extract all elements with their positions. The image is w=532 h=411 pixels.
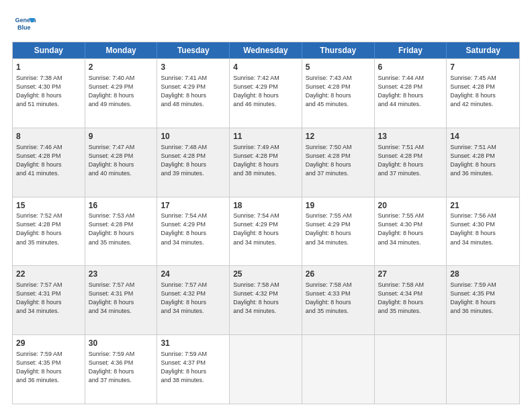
calendar-row: 22Sunrise: 7:57 AMSunset: 4:31 PMDayligh…: [13, 265, 519, 334]
calendar-cell: 31Sunrise: 7:59 AMSunset: 4:37 PMDayligh…: [157, 335, 230, 404]
cell-info: Sunrise: 7:40 AMSunset: 4:29 PMDaylight:…: [89, 74, 154, 109]
cell-info: Sunrise: 7:55 AMSunset: 4:29 PMDaylight:…: [306, 212, 371, 246]
calendar-row: 29Sunrise: 7:59 AMSunset: 4:35 PMDayligh…: [13, 334, 519, 404]
day-number: 19: [306, 200, 371, 212]
cell-info: Sunrise: 7:59 AMSunset: 4:35 PMDaylight:…: [16, 350, 81, 385]
calendar-cell: 1Sunrise: 7:38 AMSunset: 4:30 PMDaylight…: [13, 59, 85, 128]
cell-info: Sunrise: 7:44 AMSunset: 4:28 PMDaylight:…: [378, 74, 443, 109]
calendar-cell: 26Sunrise: 7:58 AMSunset: 4:33 PMDayligh…: [302, 266, 375, 334]
day-number: 14: [450, 131, 516, 142]
header-cell-friday: Friday: [375, 42, 447, 58]
calendar-cell: 29Sunrise: 7:59 AMSunset: 4:35 PMDayligh…: [13, 335, 85, 404]
day-number: 20: [378, 200, 443, 212]
calendar-cell: 19Sunrise: 7:55 AMSunset: 4:29 PMDayligh…: [302, 197, 375, 266]
cell-info: Sunrise: 7:38 AMSunset: 4:30 PMDaylight:…: [16, 74, 81, 109]
cell-info: Sunrise: 7:50 AMSunset: 4:28 PMDaylight:…: [306, 143, 371, 178]
calendar-cell: 16Sunrise: 7:53 AMSunset: 4:28 PMDayligh…: [85, 197, 158, 266]
calendar: SundayMondayTuesdayWednesdayThursdayFrid…: [12, 42, 520, 404]
cell-info: Sunrise: 7:45 AMSunset: 4:28 PMDaylight:…: [450, 74, 516, 109]
day-number: 12: [306, 131, 371, 142]
calendar-cell: [230, 335, 302, 404]
calendar-cell: 4Sunrise: 7:42 AMSunset: 4:29 PMDaylight…: [230, 59, 302, 128]
calendar-cell: 10Sunrise: 7:48 AMSunset: 4:28 PMDayligh…: [157, 128, 230, 197]
day-number: 6: [378, 62, 443, 73]
day-number: 11: [233, 131, 298, 142]
calendar-cell: 30Sunrise: 7:59 AMSunset: 4:36 PMDayligh…: [85, 335, 158, 404]
calendar-cell: 28Sunrise: 7:59 AMSunset: 4:35 PMDayligh…: [447, 266, 519, 334]
calendar-cell: 20Sunrise: 7:55 AMSunset: 4:30 PMDayligh…: [375, 197, 447, 266]
header-cell-wednesday: Wednesday: [230, 42, 302, 58]
calendar-body: 1Sunrise: 7:38 AMSunset: 4:30 PMDaylight…: [13, 58, 519, 404]
day-number: 23: [89, 269, 154, 280]
calendar-cell: 14Sunrise: 7:51 AMSunset: 4:28 PMDayligh…: [447, 128, 519, 197]
day-number: 21: [450, 200, 516, 212]
cell-info: Sunrise: 7:51 AMSunset: 4:28 PMDaylight:…: [450, 143, 516, 178]
calendar-cell: 13Sunrise: 7:51 AMSunset: 4:28 PMDayligh…: [375, 128, 447, 197]
cell-info: Sunrise: 7:59 AMSunset: 4:35 PMDaylight:…: [450, 281, 516, 316]
calendar-cell: 8Sunrise: 7:46 AMSunset: 4:28 PMDaylight…: [13, 128, 85, 197]
header-area: General Blue: [12, 12, 520, 36]
cell-info: Sunrise: 7:46 AMSunset: 4:28 PMDaylight:…: [16, 143, 81, 178]
day-number: 3: [161, 62, 226, 73]
calendar-cell: 25Sunrise: 7:58 AMSunset: 4:32 PMDayligh…: [230, 266, 302, 334]
calendar-cell: 12Sunrise: 7:50 AMSunset: 4:28 PMDayligh…: [302, 128, 375, 197]
cell-info: Sunrise: 7:57 AMSunset: 4:31 PMDaylight:…: [89, 281, 154, 316]
day-number: 16: [89, 200, 154, 212]
calendar-row: 15Sunrise: 7:52 AMSunset: 4:28 PMDayligh…: [13, 197, 519, 266]
cell-info: Sunrise: 7:42 AMSunset: 4:29 PMDaylight:…: [233, 74, 298, 109]
day-number: 1: [16, 62, 81, 73]
calendar-cell: 3Sunrise: 7:41 AMSunset: 4:29 PMDaylight…: [157, 59, 230, 128]
calendar-cell: 17Sunrise: 7:54 AMSunset: 4:29 PMDayligh…: [157, 197, 230, 266]
calendar-cell: 21Sunrise: 7:56 AMSunset: 4:30 PMDayligh…: [447, 197, 519, 266]
cell-info: Sunrise: 7:51 AMSunset: 4:28 PMDaylight:…: [378, 143, 443, 178]
day-number: 2: [89, 62, 154, 73]
calendar-cell: 6Sunrise: 7:44 AMSunset: 4:28 PMDaylight…: [375, 59, 447, 128]
header-cell-tuesday: Tuesday: [157, 42, 230, 58]
cell-info: Sunrise: 7:55 AMSunset: 4:30 PMDaylight:…: [378, 212, 443, 246]
calendar-cell: 9Sunrise: 7:47 AMSunset: 4:28 PMDaylight…: [85, 128, 158, 197]
day-number: 7: [450, 62, 516, 73]
calendar-header: SundayMondayTuesdayWednesdayThursdayFrid…: [13, 42, 519, 58]
cell-info: Sunrise: 7:49 AMSunset: 4:28 PMDaylight:…: [233, 143, 298, 178]
day-number: 17: [161, 200, 226, 212]
cell-info: Sunrise: 7:58 AMSunset: 4:33 PMDaylight:…: [306, 281, 371, 316]
calendar-cell: 22Sunrise: 7:57 AMSunset: 4:31 PMDayligh…: [13, 266, 85, 334]
header-cell-monday: Monday: [85, 42, 158, 58]
logo: General Blue: [12, 12, 36, 36]
cell-info: Sunrise: 7:56 AMSunset: 4:30 PMDaylight:…: [450, 212, 516, 246]
header-cell-sunday: Sunday: [13, 42, 85, 58]
calendar-cell: 5Sunrise: 7:43 AMSunset: 4:28 PMDaylight…: [302, 59, 375, 128]
cell-info: Sunrise: 7:58 AMSunset: 4:32 PMDaylight:…: [233, 281, 298, 316]
cell-info: Sunrise: 7:54 AMSunset: 4:29 PMDaylight:…: [233, 212, 298, 246]
day-number: 24: [161, 269, 226, 280]
day-number: 27: [378, 269, 443, 280]
cell-info: Sunrise: 7:57 AMSunset: 4:31 PMDaylight:…: [16, 281, 81, 316]
day-number: 5: [306, 62, 371, 73]
header-cell-saturday: Saturday: [447, 42, 519, 58]
page: General Blue SundayMondayTuesdayWednesda…: [0, 0, 532, 411]
cell-info: Sunrise: 7:58 AMSunset: 4:34 PMDaylight:…: [378, 281, 443, 316]
calendar-row: 1Sunrise: 7:38 AMSunset: 4:30 PMDaylight…: [13, 58, 519, 128]
calendar-cell: 2Sunrise: 7:40 AMSunset: 4:29 PMDaylight…: [85, 59, 158, 128]
calendar-cell: 27Sunrise: 7:58 AMSunset: 4:34 PMDayligh…: [375, 266, 447, 334]
calendar-cell: [302, 335, 375, 404]
cell-info: Sunrise: 7:48 AMSunset: 4:28 PMDaylight:…: [161, 143, 226, 178]
day-number: 29: [16, 338, 81, 349]
day-number: 15: [16, 200, 81, 212]
cell-info: Sunrise: 7:41 AMSunset: 4:29 PMDaylight:…: [161, 74, 226, 109]
day-number: 10: [161, 131, 226, 142]
header-cell-thursday: Thursday: [302, 42, 375, 58]
day-number: 31: [161, 338, 226, 349]
calendar-cell: [447, 335, 519, 404]
cell-info: Sunrise: 7:59 AMSunset: 4:37 PMDaylight:…: [161, 350, 226, 385]
cell-info: Sunrise: 7:52 AMSunset: 4:28 PMDaylight:…: [16, 212, 81, 246]
cell-info: Sunrise: 7:57 AMSunset: 4:32 PMDaylight:…: [161, 281, 226, 316]
day-number: 26: [306, 269, 371, 280]
day-number: 13: [378, 131, 443, 142]
calendar-cell: 15Sunrise: 7:52 AMSunset: 4:28 PMDayligh…: [13, 197, 85, 266]
day-number: 30: [89, 338, 154, 349]
calendar-cell: 23Sunrise: 7:57 AMSunset: 4:31 PMDayligh…: [85, 266, 158, 334]
cell-info: Sunrise: 7:43 AMSunset: 4:28 PMDaylight:…: [306, 74, 371, 109]
cell-info: Sunrise: 7:47 AMSunset: 4:28 PMDaylight:…: [89, 143, 154, 178]
calendar-cell: 24Sunrise: 7:57 AMSunset: 4:32 PMDayligh…: [157, 266, 230, 334]
